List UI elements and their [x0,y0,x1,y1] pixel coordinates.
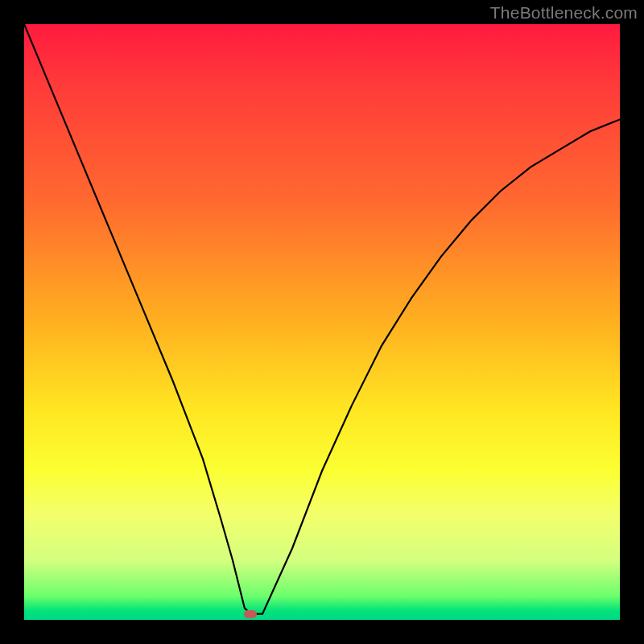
watermark-text: TheBottleneck.com [490,3,638,23]
optimal-point-marker [244,610,257,618]
plot-area [24,24,620,620]
bottleneck-curve [24,24,620,614]
curve-svg [24,24,620,620]
outer-frame: TheBottleneck.com [0,0,644,644]
